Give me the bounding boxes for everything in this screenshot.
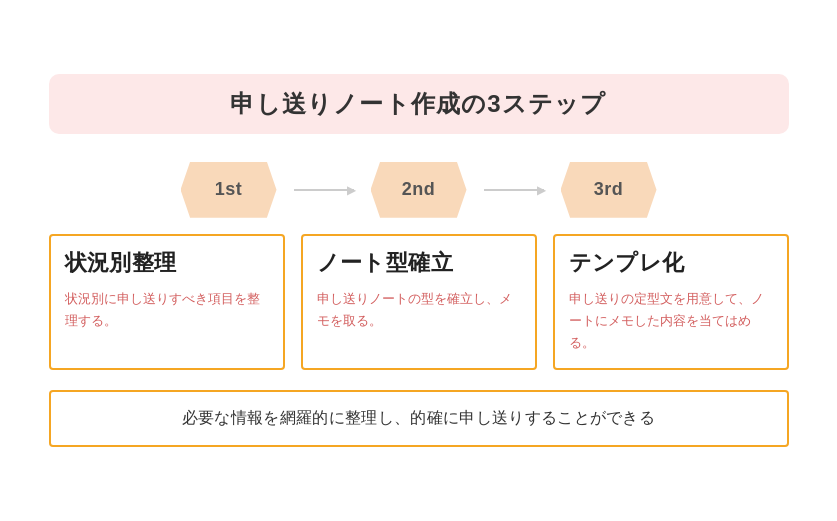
title-box: 申し送りノート作成の3ステップ <box>49 74 789 134</box>
arrow-1 <box>284 189 364 191</box>
cards-row: 状況別整理 状況別に申し送りすべき項目を整理する。 ノート型確立 申し送りノート… <box>49 234 789 370</box>
result-text: 必要な情報を網羅的に整理し、的確に申し送りすることができる <box>182 409 655 426</box>
card-1-title: 状況別整理 <box>65 248 269 278</box>
steps-row: 1st 2nd 3rd <box>49 162 789 218</box>
card-3-title: テンプレ化 <box>569 248 773 278</box>
step-2-wrapper: 2nd <box>364 162 474 218</box>
card-1: 状況別整理 状況別に申し送りすべき項目を整理する。 <box>49 234 285 370</box>
step-1-label: 1st <box>215 179 243 200</box>
step-3-wrapper: 3rd <box>554 162 664 218</box>
card-2-title: ノート型確立 <box>317 248 521 278</box>
card-2: ノート型確立 申し送りノートの型を確立し、メモを取る。 <box>301 234 537 370</box>
main-container: 申し送りノート作成の3ステップ 1st 2nd 3rd 状況別整理 状況別に申し… <box>29 50 809 471</box>
result-box: 必要な情報を網羅的に整理し、的確に申し送りすることができる <box>49 390 789 447</box>
card-2-desc: 申し送りノートの型を確立し、メモを取る。 <box>317 288 521 332</box>
card-1-desc: 状況別に申し送りすべき項目を整理する。 <box>65 288 269 332</box>
step-1-wrapper: 1st <box>174 162 284 218</box>
step-3-label: 3rd <box>594 179 624 200</box>
step-2-hex: 2nd <box>371 162 467 218</box>
card-3: テンプレ化 申し送りの定型文を用意して、ノートにメモした内容を当てはめる。 <box>553 234 789 370</box>
card-3-desc: 申し送りの定型文を用意して、ノートにメモした内容を当てはめる。 <box>569 288 773 354</box>
page-title: 申し送りノート作成の3ステップ <box>230 90 606 117</box>
step-1-hex: 1st <box>181 162 277 218</box>
step-3-hex: 3rd <box>561 162 657 218</box>
arrow-2 <box>474 189 554 191</box>
step-2-label: 2nd <box>402 179 436 200</box>
